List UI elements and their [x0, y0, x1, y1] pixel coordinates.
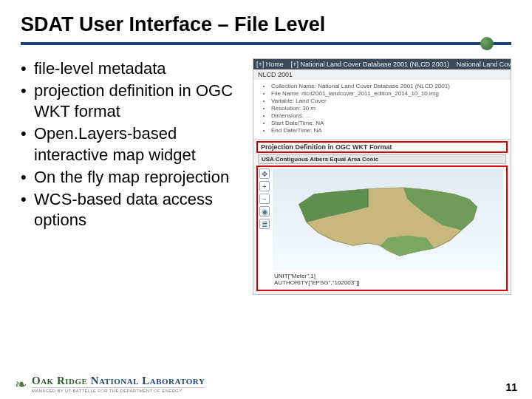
metadata-line: Collection Name: National Land Cover Dat…	[271, 83, 506, 90]
globe-icon	[480, 37, 494, 50]
metadata-line: Start Date/Time: NA	[271, 120, 506, 127]
projection-name-field[interactable]: USA Contiguous Albers Equal Area Conic	[258, 154, 506, 164]
tab-dataset-2[interactable]: National Land Cover Database 200	[457, 61, 511, 68]
map-canvas[interactable]	[273, 168, 503, 270]
bullet-item: WCS-based data access options	[21, 189, 242, 231]
breadcrumb: NLCD 2001	[253, 69, 511, 80]
layers-icon[interactable]: ≣	[259, 219, 270, 229]
metadata-line: Dimensions: …	[271, 112, 506, 120]
bullet-item: Open.Layers-based interactive map widget	[21, 123, 242, 165]
ornl-logo: ❧ Oak Ridge National Laboratory MANAGED …	[15, 375, 205, 393]
tab-home[interactable]: [+] Home	[256, 61, 284, 68]
zoom-in-icon[interactable]: +	[259, 181, 270, 191]
resolution-input[interactable]	[305, 294, 357, 295]
globe-reset-icon[interactable]: ◉	[259, 206, 270, 216]
page-number: 11	[505, 381, 517, 393]
bullet-item: projection definition in OGC WKT format	[21, 81, 242, 122]
tab-dataset-1[interactable]: [+] National Land Cover Database 2001 (N…	[291, 61, 449, 68]
bullet-item: On the fly map reprojection	[21, 167, 242, 188]
projection-wkt-text: UNIT["Meter",1] AUTHORITY["EPSG","102003…	[274, 273, 502, 287]
usa-landcover-layer	[291, 181, 485, 259]
slide-title: SDAT User Interface – File Level	[21, 13, 511, 36]
zoom-out-icon[interactable]: −	[259, 194, 270, 204]
metadata-panel: Collection Name: National Land Cover Dat…	[253, 80, 511, 140]
title-rule	[21, 41, 511, 45]
logo-managed-by: MANAGED BY UT-BATTELLE FOR THE DEPARTMEN…	[32, 387, 205, 393]
logo-text-oak: Oak Ridge	[32, 375, 91, 386]
metadata-line: Variable: Land Cover	[271, 98, 506, 105]
download-form: Resolution (m) Format GeoTIFF (.tif) Bou…	[253, 293, 511, 295]
bullet-list: file-level metadata projection definitio…	[21, 58, 242, 295]
projection-section-header: Projection Definition in OGC WKT Format	[256, 141, 508, 153]
map-widget[interactable]: ✥ + − ◉ ≣	[256, 166, 508, 291]
metadata-line: End Date/Time: NA	[271, 127, 506, 134]
leaf-icon: ❧	[15, 377, 27, 392]
bullet-item: file-level metadata	[21, 58, 242, 79]
metadata-line: Resolution: 30 m	[271, 105, 506, 112]
tab-bar: [+] Home [+] National Land Cover Databas…	[253, 59, 511, 69]
embedded-screenshot: [+] Home [+] National Land Cover Databas…	[253, 58, 511, 295]
map-toolbar: ✥ + − ◉ ≣	[259, 168, 270, 229]
logo-text-national: National Laboratory	[91, 375, 205, 386]
pan-icon[interactable]: ✥	[259, 168, 270, 179]
metadata-line: File Name: nlcd2001_landcover_2011_editi…	[271, 90, 506, 98]
